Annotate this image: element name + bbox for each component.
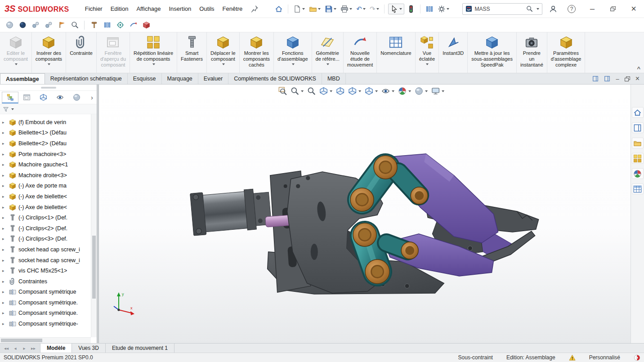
previous-tab-button[interactable]: ◂: [12, 346, 19, 351]
filter-funnel-icon[interactable]: [3, 106, 9, 112]
design-library-icon[interactable]: [632, 122, 644, 133]
document-tab[interactable]: Vues 3D: [72, 344, 106, 353]
view-settings-icon[interactable]: [431, 87, 444, 95]
expand-arrow-icon[interactable]: [2, 152, 9, 156]
menu-item[interactable]: Edition: [107, 3, 133, 14]
tree-item[interactable]: (-) Circlips<2> (Def.: [0, 223, 91, 234]
home-button[interactable]: [273, 4, 284, 14]
expand-arrow-icon[interactable]: [2, 300, 9, 305]
view-palette-icon[interactable]: [632, 153, 644, 164]
mate-button[interactable]: Contrainte: [66, 32, 97, 73]
dropdown-caret-icon[interactable]: [222, 63, 225, 65]
collapse-ribbon-icon[interactable]: ^: [637, 65, 640, 72]
command-tab[interactable]: Evaluer: [198, 73, 228, 84]
tree-item[interactable]: Composant symétrique.: [0, 297, 91, 308]
expand-arrow-icon[interactable]: [2, 162, 9, 167]
dropdown-caret-icon[interactable]: [442, 90, 444, 92]
dropdown-caret-icon[interactable]: [326, 63, 329, 65]
assembly-3d-model[interactable]: [99, 85, 631, 343]
dropdown-caret-icon[interactable]: [375, 90, 378, 92]
apply-scene-icon[interactable]: [415, 87, 428, 95]
dropdown-caret-icon[interactable]: [408, 90, 411, 92]
configurationmanager-tab[interactable]: [35, 92, 52, 103]
tree-item[interactable]: (-) Axe de biellette<: [0, 202, 91, 213]
print-button[interactable]: [339, 4, 353, 14]
pane-layout-2-icon[interactable]: [604, 76, 610, 82]
exploded-view-button[interactable]: Vueéclatée: [416, 32, 439, 73]
search-box[interactable]: MASS: [462, 3, 542, 15]
expand-arrow-icon[interactable]: [2, 279, 9, 284]
expand-arrow-icon[interactable]: [2, 120, 9, 125]
splitter-grip[interactable]: [41, 87, 56, 89]
scrollbar-thumb[interactable]: [1, 339, 42, 342]
doc-close-button[interactable]: [635, 75, 640, 83]
tree-item[interactable]: (-) Axe de biellette<: [0, 191, 91, 202]
tree-item[interactable]: Biellette<1> (Défau: [0, 128, 91, 139]
take-snapshot-button[interactable]: Prendreuninstantané: [517, 32, 547, 73]
instant3d-button[interactable]: Instant3D: [439, 32, 468, 73]
document-tab[interactable]: Etude de mouvement 1: [106, 344, 174, 353]
edit-appearance-icon[interactable]: [398, 87, 411, 95]
expand-arrow-icon[interactable]: [2, 268, 9, 273]
save-button[interactable]: [323, 4, 338, 14]
restore-button[interactable]: [603, 0, 623, 18]
tree-item[interactable]: Porte machoire<3>: [0, 149, 91, 160]
previous-view-icon[interactable]: [307, 87, 316, 95]
search-icon[interactable]: [526, 5, 533, 12]
assembly-features-button[interactable]: Fonctionsd'assemblage: [274, 32, 312, 73]
view-orientation-icon[interactable]: [348, 87, 361, 95]
doc-restore-button[interactable]: [625, 76, 630, 81]
expand-panel-icon[interactable]: ›: [89, 94, 95, 101]
open-button[interactable]: [308, 4, 322, 14]
dropdown-caret-icon[interactable]: [48, 63, 50, 65]
first-tab-button[interactable]: ◂◂: [3, 346, 10, 351]
graphics-area[interactable]: y x: [99, 85, 631, 343]
tree-filter[interactable]: [0, 104, 97, 114]
expand-arrow-icon[interactable]: [2, 205, 9, 210]
command-tab[interactable]: Compléments de SOLIDWORKS: [228, 73, 322, 84]
dropdown-caret-icon[interactable]: [15, 63, 18, 65]
command-tab[interactable]: Marquage: [162, 73, 198, 84]
expand-arrow-icon[interactable]: [2, 173, 9, 178]
linked-balls-tool-2-icon[interactable]: [43, 19, 54, 31]
expand-arrow-icon[interactable]: [2, 226, 9, 231]
expand-arrow-icon[interactable]: [2, 322, 9, 326]
dropdown-caret-icon[interactable]: [426, 63, 429, 65]
home-tab-icon[interactable]: [632, 107, 644, 118]
tree-item[interactable]: (-) Axe de porte ma: [0, 181, 91, 192]
tree-vertical-scrollbar[interactable]: [91, 114, 97, 337]
solidworks-resources-icon[interactable]: [634, 354, 640, 361]
redo-button[interactable]: ↷: [368, 4, 380, 14]
section-view-icon[interactable]: [319, 87, 332, 95]
tree-item[interactable]: Contraintes: [0, 276, 91, 287]
expand-arrow-icon[interactable]: [2, 311, 9, 315]
motion-tool-icon[interactable]: [127, 19, 139, 31]
user-account-icon[interactable]: [548, 4, 559, 14]
expand-arrow-icon[interactable]: [2, 290, 9, 294]
large-assembly-settings-button[interactable]: Paramètresd'assemblagecomplexe: [547, 32, 586, 73]
command-tab[interactable]: Représentation schématique: [45, 73, 128, 84]
new-document-button[interactable]: [292, 4, 306, 14]
linear-component-pattern-button[interactable]: Répétition linéairede composants: [130, 32, 177, 73]
help-icon[interactable]: ?: [568, 5, 576, 13]
update-speedpak-button[interactable]: Mettre à jour lessous-assemblagesSpeedPa…: [468, 32, 517, 73]
menu-item[interactable]: Fichier: [81, 3, 107, 14]
display-style-icon[interactable]: [365, 87, 378, 95]
document-tab[interactable]: Modèle: [40, 344, 72, 353]
minimize-button[interactable]: [582, 0, 603, 18]
dark-sphere-tool-icon[interactable]: [17, 19, 28, 31]
zoom-to-area-icon[interactable]: [291, 87, 304, 95]
interference-traffic-light-icon[interactable]: [406, 4, 416, 14]
smart-fasteners-button[interactable]: SmartFasteners: [177, 32, 207, 73]
reference-geometry-button[interactable]: Géométriede référe...: [312, 32, 344, 73]
dropdown-caret-icon[interactable]: [292, 63, 295, 65]
file-properties-button[interactable]: [424, 4, 435, 14]
last-tab-button[interactable]: ▸▸: [30, 346, 37, 351]
dropdown-caret-icon[interactable]: [358, 90, 361, 92]
tree-item[interactable]: (f) Embout de verin: [0, 117, 91, 128]
tree-item[interactable]: Composant symétrique.: [0, 308, 91, 319]
dropdown-caret-icon[interactable]: [425, 90, 428, 92]
tree-item[interactable]: vis CHC M5x25<1>: [0, 265, 91, 276]
scrollbar-thumb[interactable]: [92, 236, 96, 299]
move-component-button[interactable]: Déplacer lecomposant: [207, 32, 240, 73]
